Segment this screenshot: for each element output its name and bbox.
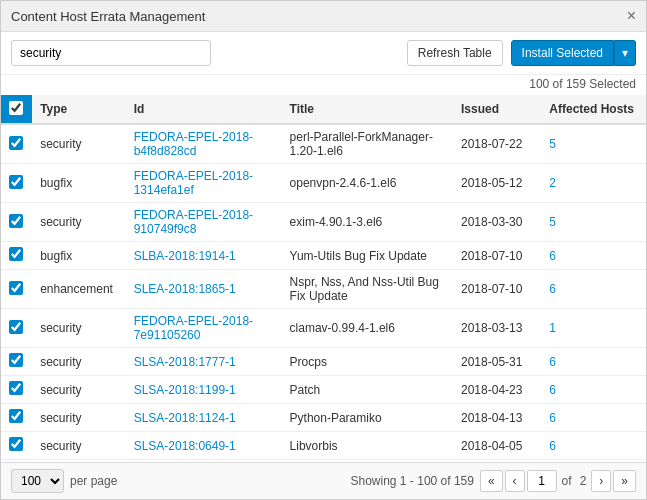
row-checkbox-cell[interactable] (1, 270, 32, 309)
hosts-count-link[interactable]: 6 (549, 282, 556, 296)
row-checkbox[interactable] (9, 281, 23, 295)
pager-next-button[interactable]: › (591, 470, 611, 492)
errata-id-link[interactable]: SLSA-2018:1199-1 (134, 383, 236, 397)
row-id[interactable]: FEDORA-EPEL-2018-1314efa1ef (126, 164, 282, 203)
row-checkbox-cell[interactable] (1, 242, 32, 270)
row-hosts[interactable]: 5 (541, 203, 646, 242)
row-issued: 2018-04-05 (453, 432, 541, 460)
row-checkbox[interactable] (9, 320, 23, 334)
row-id[interactable]: SLBA-2018:1914-1 (126, 242, 282, 270)
row-checkbox-cell[interactable] (1, 203, 32, 242)
errata-id-link[interactable]: FEDORA-EPEL-2018-1314efa1ef (134, 169, 253, 197)
row-checkbox-cell[interactable] (1, 376, 32, 404)
row-hosts[interactable]: 6 (541, 242, 646, 270)
per-page-label: per page (70, 474, 117, 488)
row-type: security (32, 432, 126, 460)
errata-id-link[interactable]: SLBA-2018:1914-1 (134, 249, 236, 263)
errata-id-link[interactable]: FEDORA-EPEL-2018-b4f8d828cd (134, 130, 253, 158)
row-issued: 2018-04-23 (453, 376, 541, 404)
row-checkbox-cell[interactable] (1, 309, 32, 348)
errata-id-link[interactable]: SLSA-2018:0649-1 (134, 439, 236, 453)
hosts-count-link[interactable]: 6 (549, 383, 556, 397)
row-id[interactable]: FEDORA-EPEL-2018-b4f8d828cd (126, 124, 282, 164)
row-checkbox[interactable] (9, 381, 23, 395)
row-type: security (32, 203, 126, 242)
row-id[interactable]: SLEA-2018:1865-1 (126, 270, 282, 309)
errata-table-body: security FEDORA-EPEL-2018-b4f8d828cd per… (1, 124, 646, 462)
id-column-header: Id (126, 95, 282, 124)
row-checkbox[interactable] (9, 353, 23, 367)
hosts-count-link[interactable]: 5 (549, 137, 556, 151)
close-button[interactable]: × (627, 7, 636, 25)
row-title: clamav-0.99.4-1.el6 (282, 309, 453, 348)
refresh-table-button[interactable]: Refresh Table (407, 40, 503, 66)
hosts-count-link[interactable]: 5 (549, 215, 556, 229)
pager-first-button[interactable]: « (480, 470, 503, 492)
errata-id-link[interactable]: FEDORA-EPEL-2018-7e91105260 (134, 314, 253, 342)
install-selected-button[interactable]: Install Selected (511, 40, 614, 66)
table-row: enhancement SLEA-2018:1865-1 Nspr, Nss, … (1, 270, 646, 309)
row-hosts[interactable]: 6 (541, 270, 646, 309)
pager-current-page[interactable] (527, 470, 557, 492)
row-hosts[interactable]: 2 (541, 164, 646, 203)
row-hosts[interactable]: 5 (541, 124, 646, 164)
pager-total-pages: 2 (580, 474, 587, 488)
row-type: bugfix (32, 242, 126, 270)
row-checkbox-cell[interactable] (1, 124, 32, 164)
row-id[interactable]: FEDORA-EPEL-2018-7e91105260 (126, 309, 282, 348)
row-id[interactable]: SLSA-2018:1777-1 (126, 348, 282, 376)
pager-prev-button[interactable]: ‹ (505, 470, 525, 492)
per-page-select[interactable]: 102550100200 (11, 469, 64, 493)
row-issued: 2018-07-22 (453, 124, 541, 164)
errata-id-link[interactable]: SLSA-2018:1124-1 (134, 411, 236, 425)
row-checkbox-cell[interactable] (1, 164, 32, 203)
title-column-header: Title (282, 95, 453, 124)
row-type: bugfix (32, 164, 126, 203)
row-title: Libvorbis (282, 432, 453, 460)
table-row: security FEDORA-EPEL-2018-7e91105260 cla… (1, 309, 646, 348)
row-hosts[interactable]: 6 (541, 376, 646, 404)
install-selected-dropdown-button[interactable]: ▾ (614, 40, 636, 66)
row-checkbox[interactable] (9, 409, 23, 423)
row-hosts[interactable]: 6 (541, 404, 646, 432)
row-id[interactable]: SLSA-2018:1124-1 (126, 404, 282, 432)
hosts-count-link[interactable]: 6 (549, 249, 556, 263)
errata-id-link[interactable]: FEDORA-EPEL-2018-910749f9c8 (134, 208, 253, 236)
hosts-count-link[interactable]: 6 (549, 355, 556, 369)
dialog-title: Content Host Errata Management (11, 9, 205, 24)
select-all-checkbox[interactable] (9, 101, 23, 115)
row-title: exim-4.90.1-3.el6 (282, 203, 453, 242)
row-id[interactable]: SLSA-2018:1199-1 (126, 376, 282, 404)
row-checkbox-cell[interactable] (1, 348, 32, 376)
row-issued: 2018-05-12 (453, 164, 541, 203)
row-issued: 2018-07-10 (453, 270, 541, 309)
row-checkbox-cell[interactable] (1, 432, 32, 460)
row-checkbox[interactable] (9, 214, 23, 228)
row-id[interactable]: FEDORA-EPEL-2018-910749f9c8 (126, 203, 282, 242)
row-issued: 2018-07-10 (453, 242, 541, 270)
select-all-header[interactable] (1, 95, 32, 124)
row-hosts[interactable]: 6 (541, 348, 646, 376)
errata-id-link[interactable]: SLSA-2018:1777-1 (134, 355, 236, 369)
row-checkbox[interactable] (9, 175, 23, 189)
row-hosts[interactable]: 6 (541, 432, 646, 460)
hosts-count-link[interactable]: 1 (549, 321, 556, 335)
hosts-count-link[interactable]: 6 (549, 411, 556, 425)
row-id[interactable]: SLSA-2018:0649-1 (126, 432, 282, 460)
errata-id-link[interactable]: SLEA-2018:1865-1 (134, 282, 236, 296)
hosts-count-link[interactable]: 2 (549, 176, 556, 190)
row-checkbox[interactable] (9, 136, 23, 150)
table-row: security FEDORA-EPEL-2018-b4f8d828cd per… (1, 124, 646, 164)
row-checkbox-cell[interactable] (1, 404, 32, 432)
row-type: security (32, 124, 126, 164)
pager-last-button[interactable]: » (613, 470, 636, 492)
toolbar: Refresh Table Install Selected ▾ (1, 32, 646, 75)
row-hosts[interactable]: 1 (541, 309, 646, 348)
row-checkbox[interactable] (9, 437, 23, 451)
pager-of-label: of (562, 474, 572, 488)
hosts-count-link[interactable]: 6 (549, 439, 556, 453)
row-checkbox[interactable] (9, 247, 23, 261)
selected-count: 100 of 159 Selected (1, 75, 646, 95)
search-input[interactable] (11, 40, 211, 66)
row-type: security (32, 404, 126, 432)
